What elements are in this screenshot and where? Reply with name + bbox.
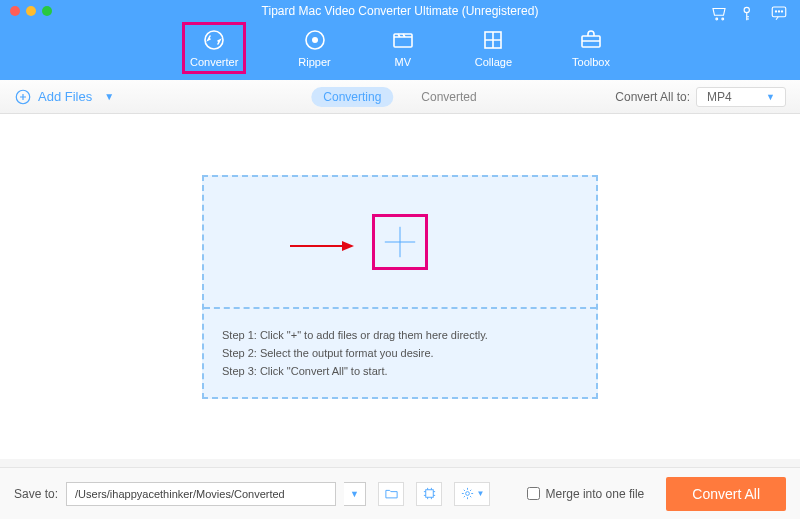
nav-mv[interactable]: MV [387, 26, 419, 70]
hardware-accel-button[interactable] [416, 482, 442, 506]
nav-label: Collage [475, 56, 512, 68]
merge-checkbox[interactable] [527, 487, 540, 500]
svg-point-9 [312, 37, 318, 43]
svg-point-4 [775, 11, 776, 12]
folder-icon [384, 486, 399, 501]
add-files-plus-button[interactable] [375, 217, 425, 267]
nav-collage[interactable]: Collage [471, 26, 516, 70]
arrow-annotation [290, 239, 354, 257]
converter-icon [202, 28, 226, 52]
chevron-down-icon: ▼ [477, 489, 485, 498]
save-path-field[interactable]: /Users/ihappyacethinker/Movies/Converted [66, 482, 336, 506]
add-files-dropdown-icon[interactable]: ▼ [104, 91, 114, 102]
instruction-step-2: Step 2: Select the output format you des… [222, 347, 578, 359]
nav-label: MV [394, 56, 411, 68]
settings-button[interactable]: ▼ [454, 482, 490, 506]
nav-label: Ripper [298, 56, 330, 68]
save-to-label: Save to: [14, 487, 58, 501]
svg-rect-10 [394, 34, 412, 47]
tab-converted[interactable]: Converted [409, 87, 488, 107]
mv-icon [391, 28, 415, 52]
ripper-icon [303, 28, 327, 52]
svg-point-0 [716, 18, 718, 20]
svg-point-19 [465, 492, 469, 496]
tab-converting[interactable]: Converting [311, 87, 393, 107]
add-files-button[interactable]: Add Files ▼ [14, 88, 114, 106]
svg-marker-15 [342, 241, 354, 251]
cart-icon[interactable] [710, 4, 728, 26]
key-icon[interactable] [740, 4, 758, 26]
nav-label: Toolbox [572, 56, 610, 68]
feedback-icon[interactable] [770, 4, 788, 26]
merge-label: Merge into one file [546, 487, 645, 501]
nav-converter[interactable]: Converter [186, 26, 242, 70]
app-title: Tipard Mac Video Converter Ultimate (Unr… [0, 4, 800, 18]
convert-all-to-label: Convert All to: [615, 90, 690, 104]
nav-label: Converter [190, 56, 238, 68]
svg-point-2 [744, 7, 749, 12]
collage-icon [481, 28, 505, 52]
plus-icon [381, 223, 419, 261]
svg-rect-18 [425, 490, 433, 498]
svg-point-6 [781, 11, 782, 12]
save-path-dropdown[interactable]: ▼ [344, 482, 366, 506]
gear-icon [460, 486, 475, 501]
save-path-value: /Users/ihappyacethinker/Movies/Converted [75, 488, 285, 500]
instruction-step-1: Step 1: Click "+" to add files or drag t… [222, 329, 578, 341]
toolbox-icon [579, 28, 603, 52]
plus-circle-icon [14, 88, 32, 106]
instruction-step-3: Step 3: Click "Convert All" to start. [222, 365, 578, 377]
format-value: MP4 [707, 90, 732, 104]
merge-checkbox-row[interactable]: Merge into one file [527, 487, 645, 501]
output-format-select[interactable]: MP4 ▼ [696, 87, 786, 107]
convert-all-button[interactable]: Convert All [666, 477, 786, 511]
svg-point-5 [778, 11, 779, 12]
open-folder-button[interactable] [378, 482, 404, 506]
add-files-label: Add Files [38, 89, 92, 104]
dropzone[interactable]: Step 1: Click "+" to add files or drag t… [202, 175, 598, 399]
svg-point-1 [722, 18, 724, 20]
chip-icon [422, 486, 437, 501]
chevron-down-icon: ▼ [766, 92, 775, 102]
nav-ripper[interactable]: Ripper [294, 26, 334, 70]
nav-toolbox[interactable]: Toolbox [568, 26, 614, 70]
